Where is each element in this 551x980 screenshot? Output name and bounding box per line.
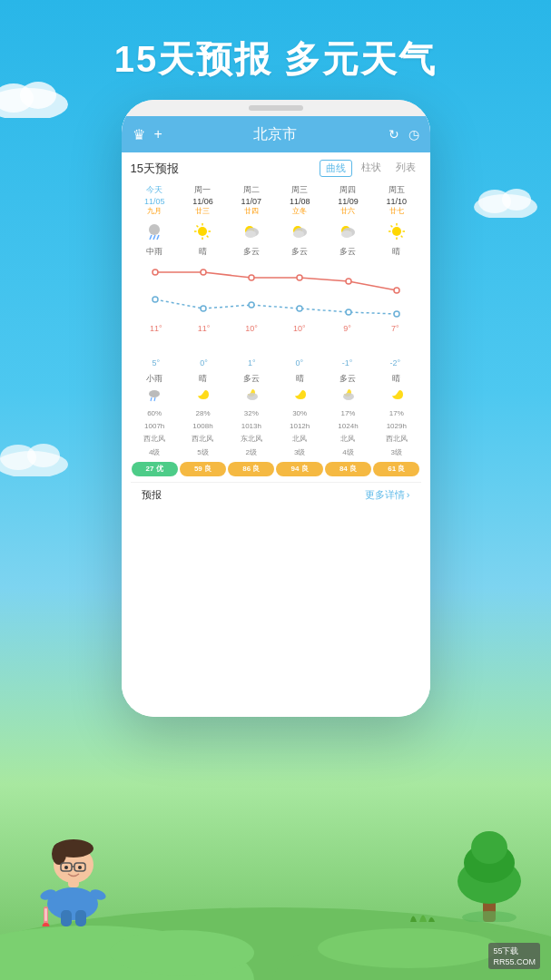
night-icons: 小雨晴多云晴多云晴: [131, 373, 421, 387]
temp-col-1: 11° 0°: [180, 324, 228, 368]
tab-bar[interactable]: 柱状: [356, 160, 387, 177]
day-icon-col-2: 多云: [227, 220, 275, 258]
svg-rect-60: [75, 910, 86, 926]
night-weather-label: 小雨: [146, 373, 162, 385]
wind-dir-1: 西北风: [179, 434, 227, 444]
tree: [453, 822, 526, 926]
svg-point-79: [462, 911, 517, 922]
day-name: 周二: [243, 184, 260, 196]
wind-level-4: 4级: [324, 447, 372, 457]
svg-point-39: [297, 275, 302, 280]
svg-point-38: [249, 275, 254, 280]
day-date: 11/09: [338, 197, 359, 206]
night-label-col-2: 多云: [227, 373, 275, 387]
temp-col-5: 7° -2°: [371, 324, 419, 368]
night-icon: [389, 387, 405, 406]
day-lunar: 九月: [147, 206, 162, 216]
night-icon-col-1: [179, 387, 227, 406]
svg-point-47: [394, 311, 399, 317]
night-label-col-3: 晴: [275, 373, 323, 387]
svg-point-37: [201, 270, 206, 275]
day-icon-col-3: 多云: [275, 220, 323, 258]
refresh-icon[interactable]: ↻: [389, 127, 399, 142]
svg-point-52: [343, 393, 354, 400]
day-icon-col-5: 晴: [372, 220, 420, 258]
day-date: 11/10: [387, 197, 408, 206]
night-icon-col-4: [324, 387, 372, 406]
temp-low: 0°: [276, 358, 324, 368]
phone-mockup: ♛ + 北京市 ↻ ◷ 15天预报 曲线 柱状 列表 今天 11/: [122, 100, 430, 717]
phone-speaker: [249, 105, 303, 111]
wind-level-0: 4级: [131, 447, 179, 457]
svg-point-73: [43, 923, 50, 926]
pressure-3: 1012h: [275, 421, 323, 431]
day-lunar: 廿六: [340, 206, 355, 216]
svg-line-34: [390, 226, 392, 228]
night-weather-label: 晴: [199, 373, 207, 385]
svg-line-10: [150, 235, 152, 240]
pressure-2: 1013h: [227, 421, 275, 431]
svg-point-57: [318, 928, 499, 968]
svg-point-5: [502, 189, 531, 211]
temp-low: -2°: [371, 358, 419, 368]
day-date: 11/08: [290, 197, 310, 206]
tab-list[interactable]: 列表: [390, 160, 421, 177]
temp-low: -1°: [323, 358, 371, 368]
pressure-4: 1024h: [324, 421, 372, 431]
settings-icon[interactable]: ◷: [408, 127, 419, 142]
temp-low: 1°: [228, 358, 276, 368]
day-weather-icon: [388, 222, 406, 243]
svg-point-42: [153, 297, 158, 302]
arrow-icon: ›: [407, 489, 410, 500]
svg-point-48: [149, 390, 160, 397]
day-weather-label: 多云: [243, 246, 260, 258]
day-date: 11/06: [192, 197, 213, 206]
svg-point-0: [0, 88, 68, 118]
aqi-badge-4: 84 良: [325, 462, 371, 476]
wind-level-1: 5级: [179, 447, 227, 457]
rain-prob-3: 30%: [275, 408, 323, 418]
main-panel: 15天预报 曲线 柱状 列表 今天 11/05 九月 周一 11/06 廿三 周…: [122, 152, 430, 514]
temp-high: 11°: [180, 324, 228, 333]
wind-level-5: 3级: [372, 447, 420, 457]
rain-prob-2: 32%: [227, 408, 275, 418]
svg-point-6: [0, 451, 68, 476]
wind-dir-3: 北风: [275, 434, 323, 444]
top-nav: ♛ + 北京市 ↻ ◷: [122, 116, 430, 152]
wind-dir-row: 西北风西北风东北风北风北风西北风: [131, 434, 421, 444]
day-col-2: 周二 11/07 廿四: [227, 184, 275, 216]
aqi-badge-3: 94 良: [276, 462, 322, 476]
svg-point-41: [394, 288, 399, 293]
watermark-line2: RR55.COM: [493, 957, 536, 966]
pressure-1: 1008h: [179, 421, 227, 431]
day-weather-icon: [290, 222, 309, 243]
temperature-chart: [131, 261, 421, 320]
wind-level-3: 3级: [275, 447, 323, 457]
wind-dir-2: 东北风: [227, 434, 275, 444]
svg-point-66: [52, 843, 66, 865]
svg-point-44: [249, 302, 254, 308]
day-icon-col-0: 中雨: [131, 220, 179, 258]
svg-line-19: [207, 236, 209, 238]
svg-line-49: [151, 397, 152, 401]
night-label-col-0: 小雨: [131, 373, 179, 387]
temp-col-4: 9° -1°: [323, 324, 371, 368]
aqi-badge-5: 61 良: [373, 462, 419, 476]
night-weather-label: 晴: [296, 373, 304, 385]
watermark-line1: 55下载: [493, 946, 536, 957]
temp-high: 7°: [371, 324, 419, 333]
more-details-link[interactable]: 更多详情 ›: [365, 488, 410, 502]
tab-curve[interactable]: 曲线: [320, 160, 352, 177]
day-date: 11/05: [144, 197, 165, 206]
wind-dir-4: 北风: [324, 434, 372, 444]
rain-prob-row: 60%28%32%30%17%17%: [131, 408, 421, 418]
svg-point-8: [27, 444, 60, 467]
svg-point-40: [346, 279, 351, 284]
day-icon-col-1: 晴: [179, 220, 227, 258]
view-tabs: 曲线 柱状 列表: [320, 160, 421, 177]
add-city-button[interactable]: +: [154, 126, 162, 142]
crown-icon[interactable]: ♛: [133, 126, 145, 143]
night-weather-icons: [131, 387, 421, 406]
svg-point-1: [0, 83, 34, 113]
temp-col-2: 10° 1°: [228, 324, 276, 368]
